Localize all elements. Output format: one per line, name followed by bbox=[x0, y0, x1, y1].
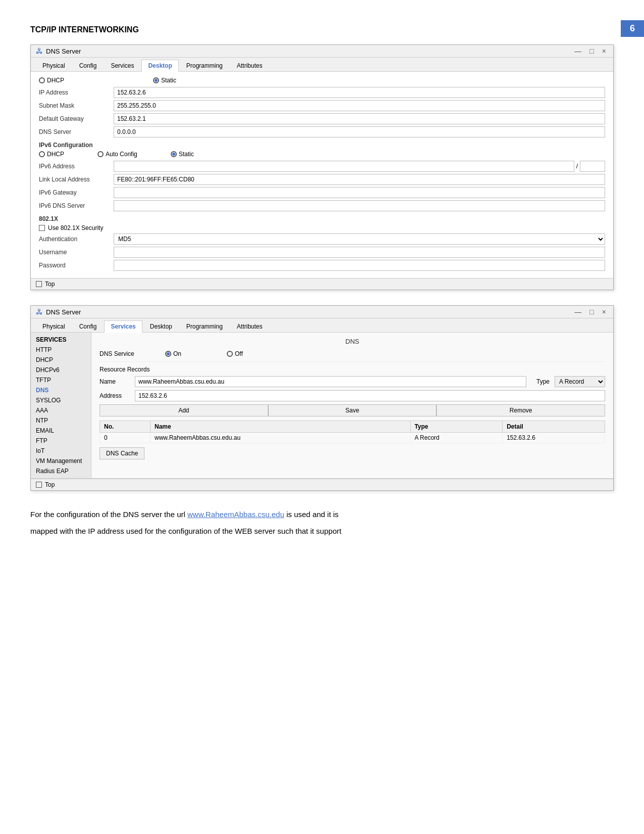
tab-services-1[interactable]: Services bbox=[104, 60, 140, 71]
save-button[interactable]: Save bbox=[268, 404, 437, 416]
minimize-btn-2[interactable]: — bbox=[572, 308, 583, 316]
minimize-btn-1[interactable]: — bbox=[572, 47, 583, 55]
top-checkbox-2[interactable] bbox=[36, 482, 42, 488]
body-text: For the configuration of the DNS server … bbox=[30, 506, 614, 539]
tab-physical-1[interactable]: Physical bbox=[36, 60, 72, 71]
ipv6-address-input[interactable] bbox=[114, 161, 574, 172]
ipv6-static-radio[interactable] bbox=[171, 151, 177, 157]
maximize-btn-1[interactable]: □ bbox=[587, 47, 596, 55]
default-gateway-row: Default Gateway bbox=[39, 113, 605, 124]
ip-address-row: IP Address bbox=[39, 87, 605, 98]
tab-config-2[interactable]: Config bbox=[73, 320, 104, 332]
dhcp-label: DHCP bbox=[47, 77, 64, 84]
top-checkbox-row-2: Top bbox=[36, 481, 608, 488]
table-row: 0 www.RaheemAbbas.csu.edu.au A Record 15… bbox=[100, 433, 605, 443]
password-label: Password bbox=[39, 262, 110, 269]
window1-content: DHCP Static IP Address Subnet Mask Defau… bbox=[31, 72, 613, 278]
sidebar-item-http[interactable]: HTTP bbox=[31, 345, 91, 355]
ipv6-dns-label: IPv6 DNS Server bbox=[39, 202, 110, 209]
ipv6-dhcp-radio[interactable] bbox=[39, 151, 45, 157]
row-no: 0 bbox=[100, 433, 151, 443]
subnet-mask-input[interactable] bbox=[114, 100, 605, 111]
ipv6-auto-config-option[interactable]: Auto Config bbox=[97, 151, 137, 158]
dns-on-radio[interactable] bbox=[165, 351, 171, 357]
use-802-1x-label: Use 802.1X Security bbox=[48, 224, 103, 231]
sidebar-item-dns[interactable]: DNS bbox=[31, 385, 91, 395]
tab-programming-1[interactable]: Programming bbox=[180, 60, 229, 71]
sidebar-item-tftp[interactable]: TFTP bbox=[31, 375, 91, 385]
use-802-1x-checkbox[interactable] bbox=[39, 225, 45, 231]
titlebar-2: 🖧 DNS Server — □ × bbox=[31, 306, 613, 318]
sidebar-item-dhcpv6[interactable]: DHCPv6 bbox=[31, 365, 91, 375]
sidebar-item-dhcp[interactable]: DHCP bbox=[31, 355, 91, 365]
tab-desktop-2[interactable]: Desktop bbox=[143, 320, 179, 332]
default-gateway-input[interactable] bbox=[114, 113, 605, 124]
dns-cache-button[interactable]: DNS Cache bbox=[100, 447, 144, 459]
dns-server-row: DNS Server bbox=[39, 126, 605, 137]
sidebar-item-vm-management[interactable]: VM Management bbox=[31, 456, 91, 466]
sidebar-item-aaa[interactable]: AAA bbox=[31, 405, 91, 415]
tab-programming-2[interactable]: Programming bbox=[180, 320, 229, 332]
add-button[interactable]: Add bbox=[100, 404, 268, 416]
password-row: Password bbox=[39, 260, 605, 271]
sidebar-item-email[interactable]: EMAIL bbox=[31, 426, 91, 436]
dns-icon: 🖧 bbox=[36, 47, 43, 55]
rr-address-input[interactable] bbox=[135, 390, 605, 401]
window1-controls: — □ × bbox=[572, 47, 608, 55]
col-type: Type bbox=[410, 421, 503, 433]
static-option[interactable]: Static bbox=[153, 77, 176, 84]
ipv6-auto-config-radio[interactable] bbox=[97, 151, 104, 157]
top-checkbox-1[interactable] bbox=[36, 281, 42, 287]
rr-name-label: Name bbox=[100, 378, 130, 385]
ipv6-static-label: Static bbox=[179, 151, 194, 158]
top-label-1: Top bbox=[45, 281, 55, 288]
sidebar-item-ntp[interactable]: NTP bbox=[31, 415, 91, 426]
password-input[interactable] bbox=[114, 260, 605, 271]
tab-services-2[interactable]: Services bbox=[104, 320, 142, 333]
dhcp-option[interactable]: DHCP bbox=[39, 77, 64, 84]
ipv6-dns-input[interactable] bbox=[114, 200, 605, 211]
ip-address-input[interactable] bbox=[114, 87, 605, 98]
close-btn-2[interactable]: × bbox=[600, 308, 608, 316]
rr-name-input[interactable] bbox=[135, 376, 526, 387]
body-paragraph-2: mapped with the IP address used for the … bbox=[30, 523, 614, 539]
ipv6-gateway-input[interactable] bbox=[114, 187, 605, 198]
default-gateway-label: Default Gateway bbox=[39, 115, 110, 122]
dhcp-radio[interactable] bbox=[39, 77, 45, 83]
username-input[interactable] bbox=[114, 247, 605, 258]
sidebar-item-radius-eap[interactable]: Radius EAP bbox=[31, 466, 91, 476]
dns-server-input[interactable] bbox=[114, 126, 605, 137]
close-btn-1[interactable]: × bbox=[600, 47, 608, 55]
dns-on-option[interactable]: On bbox=[165, 350, 181, 357]
authentication-select[interactable]: MD5 bbox=[114, 234, 605, 245]
sidebar-item-syslog[interactable]: SYSLOG bbox=[31, 395, 91, 405]
ipv6-prefix-input[interactable] bbox=[580, 161, 605, 172]
link-local-input[interactable] bbox=[114, 174, 605, 185]
rr-type-select[interactable]: A Record AAAA Record CNAME NS MX bbox=[555, 376, 605, 387]
dns-server-label: DNS Server bbox=[39, 128, 110, 135]
ipv6-dns-row: IPv6 DNS Server bbox=[39, 200, 605, 211]
window2-controls: — □ × bbox=[572, 308, 608, 316]
tab-physical-2[interactable]: Physical bbox=[36, 320, 72, 332]
maximize-btn-2[interactable]: □ bbox=[587, 308, 596, 316]
window2-bottom-bar: Top bbox=[31, 479, 613, 490]
dns-off-option[interactable]: Off bbox=[227, 350, 243, 357]
ipv6-auto-config-label: Auto Config bbox=[106, 151, 137, 158]
static-radio[interactable] bbox=[153, 77, 159, 83]
remove-button[interactable]: Remove bbox=[436, 404, 605, 416]
dns-url-link[interactable]: www.RaheemAbbas.csu.edu bbox=[187, 510, 284, 519]
sidebar-item-iot[interactable]: IoT bbox=[31, 446, 91, 456]
ipv6-gateway-label: IPv6 Gateway bbox=[39, 189, 110, 196]
tab-attributes-1[interactable]: Attributes bbox=[230, 60, 269, 71]
ipv6-dhcp-option[interactable]: DHCP bbox=[39, 151, 64, 158]
top-checkbox-row-1: Top bbox=[36, 281, 608, 288]
sidebar-item-ftp[interactable]: FTP bbox=[31, 436, 91, 446]
tab-config-1[interactable]: Config bbox=[73, 60, 104, 71]
username-label: Username bbox=[39, 249, 110, 256]
tab-attributes-2[interactable]: Attributes bbox=[230, 320, 269, 332]
tab-desktop-1[interactable]: Desktop bbox=[141, 60, 178, 72]
ipv6-static-option[interactable]: Static bbox=[171, 151, 194, 158]
dns-off-radio[interactable] bbox=[227, 351, 233, 357]
dns-main: DNS DNS Service On Off Resource Records … bbox=[91, 333, 613, 478]
ipv6-dhcp-label: DHCP bbox=[47, 151, 64, 158]
